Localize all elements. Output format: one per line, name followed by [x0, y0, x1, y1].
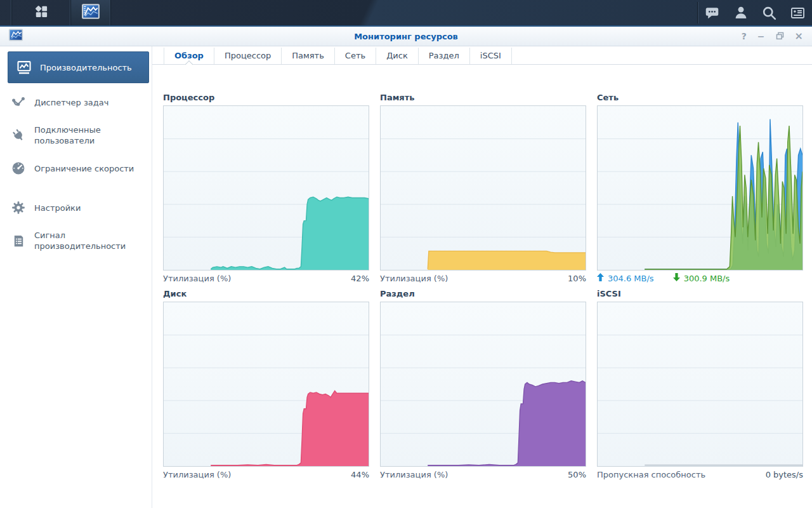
memory-panel-title: Память — [380, 93, 586, 102]
report-list-icon — [10, 232, 27, 249]
sidebar-item-label: Ограничение скорости — [34, 163, 134, 174]
task-manager-icon — [10, 94, 27, 110]
sidebar-item-performance-alarm[interactable]: Сигнал производительности — [0, 223, 152, 258]
volume-foot-label: Утилизация (%) — [380, 469, 448, 480]
network-chart — [597, 105, 803, 271]
sidebar-item-label: Производительность — [40, 62, 132, 73]
user-icon — [733, 5, 749, 20]
memory-foot-label: Утилизация (%) — [380, 273, 448, 284]
network-panel: Сеть 304.6 MB/s — [597, 93, 803, 284]
taskbar — [0, 0, 812, 27]
search-icon — [761, 5, 777, 21]
performance-chart-icon — [16, 59, 32, 76]
pilot-view-button[interactable] — [783, 0, 812, 25]
tab-disk[interactable]: Диск — [376, 48, 418, 64]
memory-foot-value: 10% — [568, 273, 586, 284]
main-menu-button[interactable] — [12, 0, 71, 25]
search-button[interactable] — [755, 0, 783, 25]
user-menu-button[interactable] — [726, 0, 755, 25]
volume-panel-title: Раздел — [380, 289, 586, 298]
taskbar-spacer — [111, 0, 697, 25]
tab-overview[interactable]: Обзор — [164, 48, 214, 64]
restore-icon — [776, 32, 784, 41]
sidebar-item-label: Диспетчер задач — [34, 97, 108, 108]
cpu-foot-label: Утилизация (%) — [163, 273, 231, 284]
window-title: Мониторинг ресурсов — [0, 32, 812, 41]
gear-icon — [10, 199, 27, 216]
memory-panel: Память Утилизация (%) 10% — [380, 93, 586, 284]
tab-memory[interactable]: Память — [281, 48, 334, 64]
disk-panel: Диск Утилизация (%) 44% — [163, 289, 369, 480]
sidebar-item-settings[interactable]: Настройки — [0, 192, 152, 223]
network-panel-title: Сеть — [597, 93, 803, 102]
sidebar-item-performance[interactable]: Производительность — [8, 51, 149, 83]
sidebar-group-gap — [0, 184, 152, 192]
tab-cpu[interactable]: Процессор — [214, 48, 281, 64]
tab-volume[interactable]: Раздел — [418, 48, 469, 64]
overview-content: Процессор Утилизация (%) 42% Память Утил… — [152, 65, 812, 480]
cpu-foot-value: 42% — [351, 273, 369, 284]
speedometer-icon — [10, 160, 27, 177]
close-button[interactable]: × — [795, 32, 803, 41]
cpu-chart — [163, 105, 369, 271]
network-download-value: 300.9 MB/s — [684, 273, 730, 284]
volume-panel: Раздел Утилизация (%) 50% — [380, 289, 586, 480]
cpu-panel-title: Процессор — [163, 93, 369, 102]
volume-chart — [380, 302, 586, 467]
sidebar-item-label: Настройки — [34, 203, 81, 213]
tab-network[interactable]: Сеть — [334, 48, 376, 64]
chat-icon — [704, 5, 720, 21]
iscsi-foot-label: Пропускная способность — [597, 469, 705, 480]
network-upload-value: 304.6 MB/s — [608, 273, 654, 284]
tabbar: Обзор Процессор Память Сеть Диск Раздел … — [152, 46, 812, 65]
tab-iscsi[interactable]: iSCSI — [469, 48, 512, 64]
cpu-panel: Процессор Утилизация (%) 42% — [163, 93, 369, 284]
iscsi-panel: iSCSI Пропускная способность 0 bytes/s — [597, 289, 803, 480]
sidebar: Производительность Диспетчер задач — [0, 46, 152, 508]
sidebar-item-label: Сигнал производительности — [34, 230, 145, 251]
disk-foot-value: 44% — [351, 469, 369, 480]
restore-button[interactable] — [776, 32, 784, 41]
resource-monitor-taskbar-button[interactable] — [71, 0, 111, 25]
widgets-panel-icon — [790, 5, 806, 21]
apps-grid-icon — [33, 3, 49, 22]
taskbar-edge — [0, 0, 12, 25]
disk-panel-title: Диск — [163, 289, 369, 298]
disk-foot-label: Утилизация (%) — [163, 469, 231, 480]
help-button[interactable]: ? — [742, 32, 747, 41]
memory-chart — [380, 105, 586, 271]
sidebar-item-connected-users[interactable]: Подключенные пользователи — [0, 117, 152, 153]
window-titlebar[interactable]: Мониторинг ресурсов ? − × — [0, 27, 812, 46]
sidebar-item-label: Подключенные пользователи — [34, 124, 145, 146]
volume-foot-value: 50% — [568, 469, 586, 480]
notifications-button[interactable] — [698, 0, 726, 25]
resource-monitor-window-icon — [8, 27, 23, 45]
main-panel: Обзор Процессор Память Сеть Диск Раздел … — [152, 46, 812, 508]
sidebar-item-task-manager[interactable]: Диспетчер задач — [0, 87, 152, 117]
resource-monitor-app-icon — [81, 2, 100, 23]
iscsi-chart — [597, 302, 803, 467]
disk-chart — [163, 302, 369, 467]
iscsi-foot-value: 0 bytes/s — [766, 469, 803, 480]
plug-icon — [10, 127, 27, 144]
download-arrow-icon — [673, 273, 680, 284]
sidebar-item-speed-limit[interactable]: Ограничение скорости — [0, 153, 152, 184]
upload-arrow-icon — [597, 273, 604, 284]
resource-monitor-window: Мониторинг ресурсов ? − × — [0, 27, 812, 508]
minimize-button[interactable]: − — [757, 32, 765, 41]
iscsi-panel-title: iSCSI — [597, 289, 803, 298]
